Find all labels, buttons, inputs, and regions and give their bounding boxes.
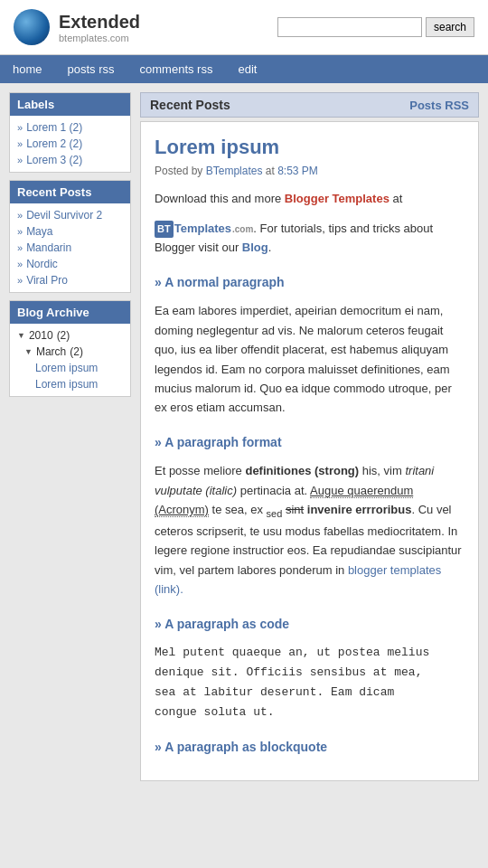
label-link-1[interactable]: Lorem 1 (2) — [26, 121, 82, 134]
templates-logo: BTTemplates.com — [155, 220, 253, 239]
paragraph-normal-heading: » A normal paragraph — [155, 272, 465, 292]
nav-comments-rss[interactable]: comments rss — [127, 55, 226, 83]
labels-section: Labels Lorem 1 (2) Lorem 2 (2) Lo — [9, 92, 131, 173]
article-author[interactable]: BTemplates — [206, 165, 263, 177]
recent-posts-section: Recent Posts Devil Survivor 2 Maya Manda… — [9, 180, 131, 293]
templates-com: .com — [232, 222, 253, 237]
recent-posts-list: Devil Survivor 2 Maya Mandarin Nordic Vi… — [10, 203, 130, 292]
sub-text: sed — [267, 508, 283, 519]
bold-text: definitiones (strong) — [245, 464, 359, 477]
label-item-2[interactable]: Lorem 2 (2) — [10, 136, 130, 152]
paragraph-blockquote-heading: » A paragraph as blockquote — [155, 737, 465, 757]
posts-rss-link[interactable]: Posts RSS — [409, 99, 469, 112]
nav-home[interactable]: home — [0, 55, 55, 83]
label-link-2[interactable]: Lorem 2 (2) — [26, 137, 82, 150]
download-line: Download this and more Blogger Templates… — [155, 190, 465, 209]
article-meta: Posted by BTemplates at 8:53 PM — [155, 165, 465, 177]
article-title-link[interactable]: Lorem ipsum — [155, 136, 279, 158]
content-area: Recent Posts Posts RSS Lorem ipsum Poste… — [140, 92, 479, 781]
label-item-3[interactable]: Lorem 3 (2) — [10, 152, 130, 168]
paragraph-normal-text: Ea eam labores imperdiet, apeirian democ… — [155, 301, 465, 418]
archive-post-2[interactable]: Lorem ipsum — [10, 376, 130, 392]
search-button[interactable]: search — [426, 17, 474, 37]
recent-posts-title: Recent Posts — [10, 181, 130, 203]
labels-list: Lorem 1 (2) Lorem 2 (2) Lorem 3 (2) — [10, 116, 130, 172]
archive-month-march[interactable]: March (2) — [10, 344, 130, 360]
header-left: Extended btemplates.com — [14, 9, 140, 45]
search-input[interactable] — [277, 17, 422, 37]
article: Lorem ipsum Posted by BTemplates at 8:53… — [140, 121, 479, 781]
recent-post-4[interactable]: Nordic — [10, 256, 130, 272]
blog-archive-title: Blog Archive — [10, 301, 130, 324]
site-title: Extended — [59, 12, 140, 33]
content-header-title: Recent Posts — [150, 98, 230, 112]
recent-post-1[interactable]: Devil Survivor 2 — [10, 207, 130, 223]
blog-archive-section: Blog Archive 2010 (2) March (2) Lorem ip… — [9, 300, 131, 397]
search-form: search — [277, 17, 474, 37]
main-layout: Labels Lorem 1 (2) Lorem 2 (2) Lo — [0, 83, 488, 790]
paragraph-code-heading: » A paragraph as code — [155, 614, 465, 634]
site-logo — [14, 9, 50, 45]
recent-post-5[interactable]: Viral Pro — [10, 272, 130, 288]
templates-logo-line: BTTemplates.com . For tutorials, tips an… — [155, 220, 465, 258]
recent-post-2[interactable]: Maya — [10, 223, 130, 240]
content-header: Recent Posts Posts RSS — [140, 92, 479, 118]
paragraph-code-text: Mel putent quaeque an, ut postea melius … — [155, 643, 465, 722]
site-subtitle: btemplates.com — [59, 33, 140, 43]
site-header: Extended btemplates.com search — [0, 0, 488, 55]
navbar: home posts rss comments rss edit — [0, 55, 488, 83]
blogger-templates-link[interactable]: Blogger Templates — [285, 192, 389, 205]
archive-post-1[interactable]: Lorem ipsum — [10, 360, 130, 376]
labels-title: Labels — [10, 93, 130, 116]
recent-post-3[interactable]: Mandarin — [10, 240, 130, 256]
strikethrough-text: sint — [286, 503, 304, 516]
article-title: Lorem ipsum — [155, 136, 465, 159]
invenire-text: invenire errroribus — [307, 503, 412, 516]
archive-year-2010[interactable]: 2010 (2) — [10, 327, 130, 344]
nav-edit[interactable]: edit — [225, 55, 269, 83]
site-title-block: Extended btemplates.com — [59, 12, 140, 43]
paragraph-format-heading: » A paragraph format — [155, 432, 465, 452]
article-time[interactable]: 8:53 PM — [277, 165, 318, 177]
label-link-3[interactable]: Lorem 3 (2) — [26, 154, 82, 166]
bt-badge: BT — [155, 221, 174, 239]
templates-text: Templates — [174, 220, 231, 239]
blog-link[interactable]: Blog — [242, 241, 268, 254]
paragraph-format-text: Et posse meliore definitiones (strong) h… — [155, 461, 465, 599]
article-body: Download this and more Blogger Templates… — [155, 190, 465, 758]
sidebar: Labels Lorem 1 (2) Lorem 2 (2) Lo — [9, 92, 131, 781]
nav-posts-rss[interactable]: posts rss — [55, 55, 127, 83]
label-item-1[interactable]: Lorem 1 (2) — [10, 119, 130, 136]
